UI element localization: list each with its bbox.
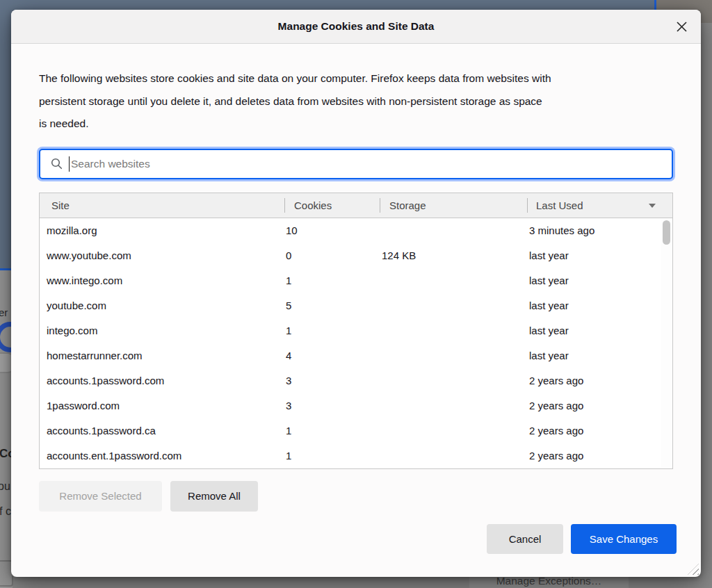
cell-last_used: 2 years ago bbox=[527, 450, 672, 462]
cell-site: www.intego.com bbox=[40, 275, 284, 286]
column-header-site[interactable]: Site bbox=[40, 193, 284, 218]
cell-site: mozilla.org bbox=[40, 224, 284, 236]
table-body: mozilla.org103 minutes agowww.youtube.co… bbox=[40, 218, 672, 468]
cell-site: intego.com bbox=[40, 325, 284, 336]
background-text-fragment: ou bbox=[0, 480, 10, 493]
cell-last_used: last year bbox=[527, 350, 672, 361]
column-header-storage[interactable]: Storage bbox=[380, 193, 527, 218]
table-row[interactable]: youtube.com5last year bbox=[40, 293, 672, 318]
description-line: is needed. bbox=[39, 113, 673, 136]
cell-last_used: last year bbox=[527, 300, 672, 311]
cell-site: www.youtube.com bbox=[40, 250, 284, 261]
column-separator bbox=[527, 198, 528, 213]
dialog-description: The following websites store cookies and… bbox=[39, 67, 673, 136]
cell-cookies: 5 bbox=[284, 300, 380, 311]
cell-last_used: 2 years ago bbox=[527, 400, 672, 411]
scrollbar-thumb[interactable] bbox=[663, 220, 670, 245]
cell-cookies: 3 bbox=[284, 400, 380, 411]
search-input[interactable] bbox=[40, 150, 672, 178]
remove-all-button[interactable]: Remove All bbox=[170, 481, 258, 512]
search-field-wrapper bbox=[39, 149, 673, 179]
column-separator bbox=[380, 198, 380, 213]
site-data-table: Site Cookies Storage Last Used mozilla.o… bbox=[39, 193, 673, 469]
cell-site: 1password.com bbox=[40, 400, 284, 411]
cell-site: accounts.ent.1password.com bbox=[40, 450, 284, 462]
table-row[interactable]: homestarrunner.com4last year bbox=[40, 343, 672, 368]
table-row[interactable]: accounts.1password.ca12 years ago bbox=[40, 418, 672, 443]
cell-site: youtube.com bbox=[40, 300, 284, 311]
close-button[interactable] bbox=[672, 17, 691, 36]
cell-last_used: last year bbox=[527, 325, 672, 336]
table-scrollbar[interactable] bbox=[661, 219, 672, 468]
table-row[interactable]: www.intego.com1last year bbox=[40, 268, 672, 293]
cell-last_used: 3 minutes ago bbox=[527, 224, 672, 236]
cell-cookies: 1 bbox=[284, 325, 380, 336]
table-row[interactable]: www.youtube.com0124 KBlast year bbox=[40, 243, 672, 268]
cell-cookies: 4 bbox=[284, 350, 380, 361]
cell-last_used: last year bbox=[527, 275, 672, 286]
background-text-fragment: f c bbox=[0, 505, 11, 518]
cell-cookies: 3 bbox=[284, 375, 380, 386]
cell-storage: 124 KB bbox=[380, 250, 527, 261]
dialog-body: The following websites store cookies and… bbox=[11, 67, 701, 554]
sort-descending-icon bbox=[649, 204, 656, 208]
cell-cookies: 1 bbox=[284, 275, 380, 286]
table-row[interactable]: intego.com1last year bbox=[40, 318, 672, 343]
remove-selected-button[interactable]: Remove Selected bbox=[39, 481, 162, 512]
cell-site: homestarrunner.com bbox=[40, 350, 284, 361]
cell-last_used: last year bbox=[527, 250, 672, 261]
column-header-cookies[interactable]: Cookies bbox=[284, 193, 380, 218]
background-text-fragment: er bbox=[0, 307, 8, 318]
description-line: persistent storage until you delete it, … bbox=[39, 90, 673, 113]
dialog-header: Manage Cookies and Site Data bbox=[11, 10, 701, 44]
close-icon bbox=[676, 21, 688, 33]
resize-grip-icon[interactable] bbox=[688, 564, 699, 575]
cell-site: accounts.1password.ca bbox=[40, 425, 284, 436]
dialog-footer: Cancel Save Changes bbox=[39, 524, 677, 554]
cancel-button[interactable]: Cancel bbox=[487, 524, 563, 554]
save-changes-button[interactable]: Save Changes bbox=[571, 524, 677, 554]
column-separator bbox=[284, 198, 285, 213]
cell-last_used: 2 years ago bbox=[527, 425, 672, 436]
cell-site: accounts.1password.com bbox=[40, 375, 284, 386]
remove-buttons-row: Remove Selected Remove All bbox=[39, 481, 673, 512]
cell-last_used: 2 years ago bbox=[527, 375, 672, 386]
cell-cookies: 0 bbox=[284, 250, 380, 261]
description-line: The following websites store cookies and… bbox=[39, 67, 673, 90]
cell-cookies: 1 bbox=[284, 450, 380, 462]
cell-cookies: 10 bbox=[284, 224, 380, 236]
dialog-title: Manage Cookies and Site Data bbox=[11, 10, 701, 43]
manage-cookies-dialog: Manage Cookies and Site Data The followi… bbox=[11, 10, 701, 577]
background-focus-edge bbox=[654, 0, 656, 10]
table-header: Site Cookies Storage Last Used bbox=[40, 193, 672, 218]
cell-cookies: 1 bbox=[284, 425, 380, 436]
table-row[interactable]: 1password.com32 years ago bbox=[40, 393, 672, 418]
table-row[interactable]: accounts.1password.com32 years ago bbox=[40, 368, 672, 393]
table-row[interactable]: mozilla.org103 minutes ago bbox=[40, 218, 672, 243]
table-row[interactable]: accounts.ent.1password.com12 years ago bbox=[40, 443, 672, 468]
